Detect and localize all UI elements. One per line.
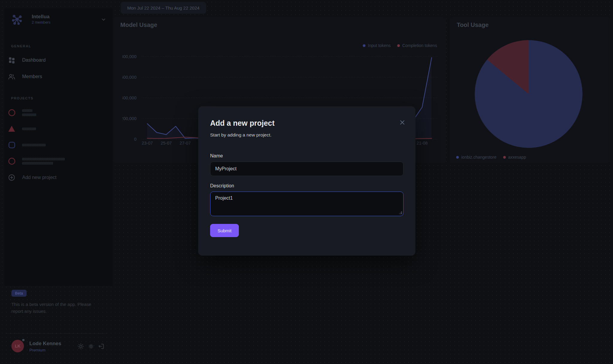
date-range-picker[interactable]: Mon Jul 22 2024 – Thu Aug 22 2024 [121,2,206,14]
project-description-textarea[interactable]: Project1 [210,192,403,216]
y-tick-label: 800,000 [122,54,136,60]
add-new-project-button[interactable]: Add new project [8,173,107,182]
section-label-projects: PROJECTS [11,96,34,100]
sidebar-divider [5,333,107,334]
section-label-general: GENERAL [11,44,31,48]
sidebar-project-item[interactable] [8,156,107,166]
intellua-logo-icon [10,13,24,26]
redacted-project-name [22,113,37,116]
redacted-project-name [22,144,45,146]
tool-usage-title: Tool Usage [457,22,488,28]
circle-outline-icon [8,157,16,165]
sidebar-project-item[interactable] [8,140,107,150]
y-tick-label: 200,000 [122,116,136,122]
avatar[interactable]: LK [11,340,24,352]
workspace-name: Intellua [32,14,50,20]
legend-dot-icon [503,156,506,159]
sidebar-item-label: Dashboard [22,57,45,63]
app-root: { "workspace": { "name": "Intellua", "me… [0,0,613,364]
tool-usage-panel: Tool Usage ionbiz.changestoreaxxesapp [450,17,610,163]
workspace-members-count: 2 members [32,20,51,25]
textarea-resize-handle[interactable] [399,211,402,214]
x-tick-label: 27-07 [175,141,196,145]
modal-close-button[interactable] [398,118,406,127]
tool-usage-pie-chart [475,40,582,148]
settings-gear-icon[interactable] [88,343,94,350]
circle-outline-icon [8,109,16,116]
description-field-label: Description [210,183,403,189]
legend-item: ionbiz.changestore [456,155,497,160]
sidebar-project-item[interactable] [8,124,107,134]
user-profile[interactable]: LK Lode Kennes Premium [9,338,108,354]
project-name-input[interactable] [210,162,403,176]
close-icon [399,119,405,125]
sidebar-project-item[interactable] [8,108,107,117]
name-field-label: Name [210,153,403,159]
x-tick-label: 23-07 [137,141,158,145]
chevron-down-icon[interactable] [100,16,107,23]
submit-button[interactable]: Submit [210,224,239,237]
redacted-project-name [22,162,53,165]
beta-badge: Beta [11,290,27,297]
workspace-switcher[interactable]: Intellua 2 members [10,12,106,27]
modal-subtitle: Start by adding a new project. [210,132,403,138]
sidebar-item-members[interactable]: Members [8,72,107,81]
logout-icon[interactable] [98,343,104,350]
sidebar-item-label: Members [22,74,42,79]
redacted-project-name [22,158,65,160]
legend-dot-icon [456,156,459,159]
x-tick-label: 25-07 [156,141,177,145]
dashboard-grid-icon [8,56,16,64]
user-name: Lode Kennes [29,341,61,347]
theme-toggle-sun-icon[interactable] [78,343,84,350]
legend-item: axxesapp [503,155,526,160]
y-tick-label: 400,000 [122,95,136,101]
square-outline-icon [8,141,16,149]
sidebar-item-dashboard[interactable]: Dashboard [8,55,107,65]
plus-circle-icon [8,174,16,181]
modal-title: Add a new project [210,119,403,128]
add-project-modal: Add a new project Start by adding a new … [198,106,415,256]
avatar-status-dot [22,338,25,342]
members-icon [8,73,16,81]
user-plan-badge: Premium [29,348,45,352]
y-tick-label: 0 [122,136,136,142]
triangle-icon [8,125,16,133]
add-new-project-label: Add new project [22,175,57,180]
tool-usage-legend: ionbiz.changestoreaxxesapp [456,155,526,160]
redacted-project-name [22,128,36,130]
beta-notice-text: This is a beta version of the app. Pleas… [11,301,99,315]
y-tick-label: 600,000 [122,74,136,80]
redacted-project-name [22,109,32,112]
